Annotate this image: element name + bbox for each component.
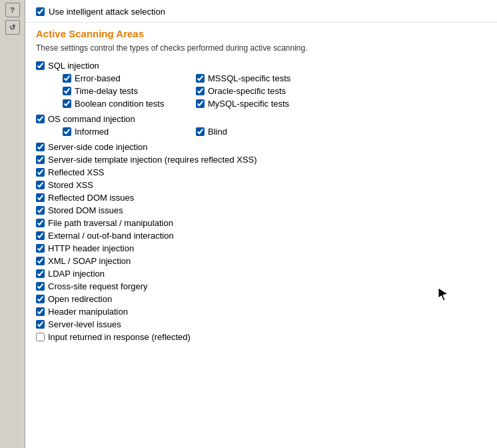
header-manip-row: Header manipulation [36, 305, 486, 318]
mssql-checkbox[interactable] [196, 74, 205, 83]
error-based-row: Error-based [63, 72, 196, 85]
stored-xss-checkbox[interactable] [36, 181, 45, 189]
server-side-template-label[interactable]: Server-side template injection (requires… [48, 155, 257, 165]
reflected-dom-checkbox[interactable] [36, 193, 45, 202]
use-intelligent-row: Use intelligent attack selection [25, 0, 497, 23]
sql-injection-row: SQL injection [36, 59, 486, 72]
xml-soap-label[interactable]: XML / SOAP injection [48, 256, 131, 266]
server-level-row: Server-level issues [36, 318, 486, 331]
server-side-template-checkbox[interactable] [36, 155, 45, 164]
ldap-row: LDAP injection [36, 267, 486, 280]
os-command-checkbox[interactable] [36, 115, 45, 123]
informed-checkbox[interactable] [63, 127, 71, 136]
boolean-cond-label[interactable]: Boolean condition tests [75, 99, 164, 109]
csrf-label[interactable]: Cross-site request forgery [48, 281, 148, 291]
mysql-row: MySQL-specific tests [196, 97, 329, 110]
xml-soap-checkbox[interactable] [36, 257, 45, 265]
use-intelligent-checkbox[interactable] [36, 7, 45, 16]
csrf-row: Cross-site request forgery [36, 280, 486, 293]
server-side-template-row: Server-side template injection (requires… [36, 153, 486, 166]
stored-dom-label[interactable]: Stored DOM issues [48, 205, 123, 215]
file-path-checkbox[interactable] [36, 219, 45, 227]
sql-col-right: MSSQL-specific tests Oracle-specific tes… [196, 72, 329, 110]
os-col-right: Blind [196, 125, 329, 138]
time-delay-row: Time-delay tests [63, 85, 196, 97]
time-delay-label[interactable]: Time-delay tests [75, 86, 138, 96]
main-content: Use intelligent attack selection Active … [25, 0, 497, 448]
header-manip-label[interactable]: Header manipulation [48, 307, 128, 317]
sql-subitems: Error-based Time-delay tests Boolean con… [63, 72, 486, 110]
os-subitems: Informed Blind [63, 125, 486, 138]
boolean-cond-row: Boolean condition tests [63, 97, 196, 110]
xml-soap-row: XML / SOAP injection [36, 255, 486, 267]
reflected-dom-label[interactable]: Reflected DOM issues [48, 193, 134, 203]
error-based-checkbox[interactable] [63, 74, 71, 83]
header-manip-checkbox[interactable] [36, 307, 45, 316]
external-oob-checkbox[interactable] [36, 231, 45, 240]
input-reflected-row: Input returned in response (reflected) [36, 331, 486, 343]
sql-injection-checkbox[interactable] [36, 61, 45, 70]
mysql-checkbox[interactable] [196, 99, 205, 108]
time-delay-checkbox[interactable] [63, 87, 71, 95]
mssql-label[interactable]: MSSQL-specific tests [208, 73, 290, 83]
boolean-cond-checkbox[interactable] [63, 99, 71, 108]
sql-col-left: Error-based Time-delay tests Boolean con… [63, 72, 196, 110]
input-reflected-label[interactable]: Input returned in response (reflected) [48, 332, 191, 342]
section-description: These settings control the types of chec… [36, 43, 486, 53]
open-redirect-row: Open redirection [36, 293, 486, 305]
os-col-left: Informed [63, 125, 196, 138]
csrf-checkbox[interactable] [36, 282, 45, 291]
reflected-dom-row: Reflected DOM issues [36, 191, 486, 204]
os-command-row: OS command injection [36, 113, 486, 125]
sql-injection-label[interactable]: SQL injection [48, 61, 99, 71]
error-based-label[interactable]: Error-based [75, 73, 121, 83]
server-level-checkbox[interactable] [36, 320, 45, 329]
reflected-xss-checkbox[interactable] [36, 168, 45, 177]
informed-label[interactable]: Informed [75, 127, 109, 137]
blind-checkbox[interactable] [196, 127, 205, 136]
blind-row: Blind [196, 125, 329, 138]
ldap-label[interactable]: LDAP injection [48, 269, 105, 279]
ldap-checkbox[interactable] [36, 269, 45, 278]
http-header-row: HTTP header injection [36, 242, 486, 255]
input-reflected-checkbox[interactable] [36, 333, 45, 341]
os-command-label[interactable]: OS command injection [48, 114, 135, 124]
open-redirect-label[interactable]: Open redirection [48, 294, 112, 304]
open-redirect-checkbox[interactable] [36, 295, 45, 303]
http-header-label[interactable]: HTTP header injection [48, 243, 134, 253]
reflected-xss-label[interactable]: Reflected XSS [48, 167, 105, 177]
use-intelligent-label[interactable]: Use intelligent attack selection [49, 7, 165, 17]
server-side-code-checkbox[interactable] [36, 143, 45, 151]
external-oob-row: External / out-of-band interaction [36, 229, 486, 242]
stored-dom-checkbox[interactable] [36, 206, 45, 215]
left-sidebar: ? ↺ [0, 0, 25, 448]
file-path-label[interactable]: File path traversal / manipulation [48, 218, 173, 228]
server-level-label[interactable]: Server-level issues [48, 319, 121, 329]
server-side-code-label[interactable]: Server-side code injection [48, 142, 148, 152]
reflected-xss-row: Reflected XSS [36, 166, 486, 179]
active-scanning-section: Active Scanning Areas These settings con… [25, 23, 497, 349]
oracle-row: Oracle-specific tests [196, 85, 329, 97]
informed-row: Informed [63, 125, 196, 138]
mysql-label[interactable]: MySQL-specific tests [208, 99, 289, 109]
stored-xss-row: Stored XSS [36, 179, 486, 191]
section-title: Active Scanning Areas [36, 28, 486, 39]
oracle-checkbox[interactable] [196, 87, 205, 95]
external-oob-label[interactable]: External / out-of-band interaction [48, 231, 174, 241]
help-button[interactable]: ? [5, 3, 20, 17]
file-path-row: File path traversal / manipulation [36, 217, 486, 229]
http-header-checkbox[interactable] [36, 244, 45, 253]
stored-xss-label[interactable]: Stored XSS [48, 180, 93, 190]
server-side-code-row: Server-side code injection [36, 141, 486, 153]
mssql-row: MSSQL-specific tests [196, 72, 329, 85]
oracle-label[interactable]: Oracle-specific tests [208, 86, 286, 96]
blind-label[interactable]: Blind [208, 127, 227, 137]
stored-dom-row: Stored DOM issues [36, 204, 486, 217]
refresh-button[interactable]: ↺ [5, 20, 20, 35]
